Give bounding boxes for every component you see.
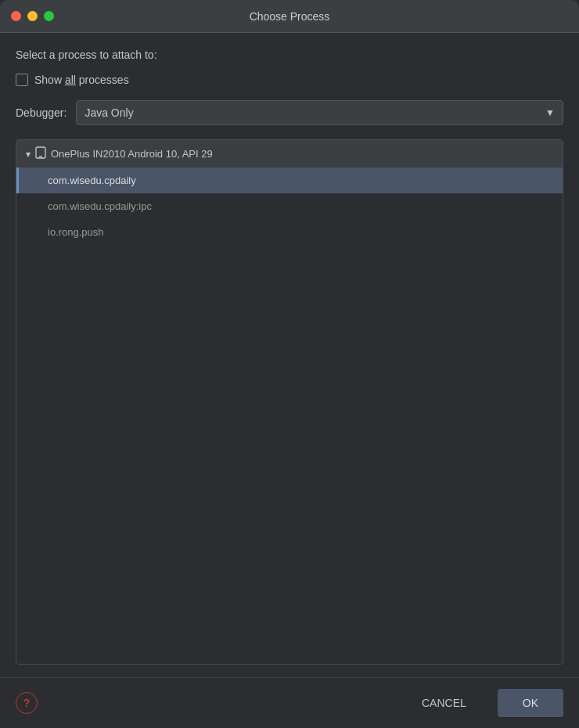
choose-process-dialog: Choose Process Select a process to attac… <box>0 0 579 728</box>
title-bar: Choose Process <box>0 0 579 33</box>
show-all-processes-checkbox[interactable] <box>16 74 28 86</box>
help-icon: ? <box>23 697 31 709</box>
device-icon <box>35 146 46 161</box>
device-row: ▾ OnePlus IN2010 Android 10, API 29 <box>16 140 563 168</box>
ok-button[interactable]: OK <box>498 689 563 717</box>
show-all-processes-row: Show all processes <box>16 74 563 86</box>
debugger-dropdown[interactable]: Java Only ▼ <box>76 100 563 125</box>
minimize-button[interactable] <box>27 11 38 21</box>
show-all-processes-label: Show all processes <box>34 74 129 86</box>
device-name: OnePlus IN2010 Android 10, API 29 <box>51 148 213 160</box>
process-item-1[interactable]: com.wisedu.cpdaily:ipc <box>16 193 563 219</box>
subtitle-text: Select a process to attach to: <box>16 49 563 61</box>
window-controls <box>11 11 54 21</box>
process-item-2[interactable]: io.rong.push <box>16 219 563 245</box>
process-name-0: com.wisedu.cpdaily <box>48 175 136 186</box>
dialog-content: Select a process to attach to: Show all … <box>0 33 579 677</box>
process-name-1: com.wisedu.cpdaily:ipc <box>48 200 152 212</box>
debugger-value: Java Only <box>85 106 133 119</box>
cancel-button[interactable]: CANCEL <box>400 689 488 717</box>
process-name-2: io.rong.push <box>48 226 104 238</box>
chevron-icon: ▾ <box>26 149 31 160</box>
maximize-button[interactable] <box>44 11 54 21</box>
dialog-footer: ? CANCEL OK <box>0 677 579 728</box>
process-item-0[interactable]: com.wisedu.cpdaily <box>16 168 563 193</box>
dialog-title: Choose Process <box>250 10 330 23</box>
footer-actions: CANCEL OK <box>400 689 563 717</box>
process-list: ▾ OnePlus IN2010 Android 10, API 29 com.… <box>16 139 563 665</box>
help-button[interactable]: ? <box>16 692 38 714</box>
close-button[interactable] <box>11 11 21 21</box>
debugger-label: Debugger: <box>16 106 67 119</box>
chevron-down-icon: ▼ <box>545 107 555 118</box>
debugger-row: Debugger: Java Only ▼ <box>16 100 563 125</box>
